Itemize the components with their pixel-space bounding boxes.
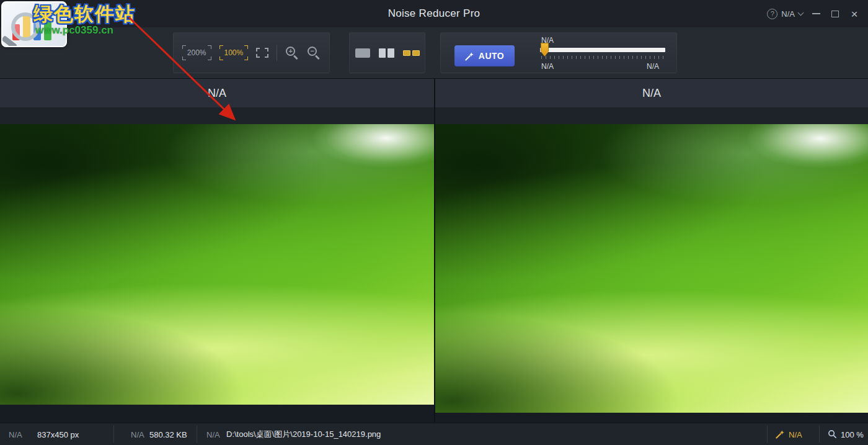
maximize-icon [831, 11, 839, 17]
fit-to-screen-icon[interactable] [256, 48, 268, 58]
toolbar: 200% 100% + − AUTO [0, 27, 868, 78]
plus-glyph: + [288, 48, 292, 55]
compare-right-pane-icon [412, 50, 420, 56]
strength-slider-track[interactable] [540, 48, 665, 52]
left-panel-subbar [0, 107, 434, 124]
right-panel-subbar [435, 107, 868, 124]
compare-left-pane-icon [403, 50, 410, 56]
panel-divider [434, 79, 435, 423]
filepath-label: N/A [206, 429, 220, 439]
zoom-100-button[interactable]: 100% [219, 45, 249, 60]
filepath-value: D:\tools\桌面\图片\2019-10-15_140219.png [226, 429, 381, 440]
slider-max-label: N/A [647, 62, 659, 71]
slider-min-label: N/A [541, 62, 554, 71]
strength-slider-handle[interactable] [541, 43, 549, 56]
zoom-level-icon [828, 429, 837, 439]
processed-image[interactable] [435, 124, 868, 413]
view-mode-group [349, 32, 425, 73]
app-window: Noise Reducer Pro ? N/A × 200% 100% + − [0, 0, 868, 445]
left-panel-header: N/A [0, 79, 434, 107]
auto-status-value: N/A [789, 429, 802, 439]
titlebar: Noise Reducer Pro ? N/A × [0, 0, 868, 27]
zoom-in-handle [293, 55, 298, 60]
auto-button-label: AUTO [479, 51, 504, 61]
statusbar-divider [767, 426, 768, 443]
statusbar-divider [197, 426, 197, 443]
window-title: Noise Reducer Pro [0, 0, 868, 27]
split-left-pane-icon [379, 48, 386, 58]
split-view-button[interactable] [379, 48, 394, 58]
dimensions-value: 837x450 px [37, 429, 79, 439]
statusbar-divider [819, 426, 820, 443]
minimize-icon [812, 13, 820, 14]
help-glyph: ? [771, 10, 774, 17]
right-panel-header: N/A [435, 79, 868, 107]
statusbar: N/A 837x450 px N/A 580.32 KB N/A D:\tool… [0, 423, 868, 445]
chevron-down-icon[interactable] [798, 9, 804, 16]
zoom-out-icon[interactable]: − [307, 46, 321, 60]
auto-adjust-group: AUTO N/A N/A N/A [440, 32, 677, 73]
minus-glyph: − [310, 48, 314, 55]
slider-tick-marks [541, 56, 665, 59]
split-right-pane-icon [388, 48, 394, 58]
toolbar-separator [277, 45, 277, 61]
help-menu[interactable]: ? N/A [767, 9, 803, 19]
original-image[interactable] [0, 124, 434, 405]
compare-view-button[interactable] [403, 50, 420, 56]
zoom-toolbar-group: 200% 100% + − [173, 32, 330, 73]
help-icon[interactable]: ? [767, 9, 777, 19]
auto-button[interactable]: AUTO [454, 45, 515, 66]
zoom-level-value: 100 % [841, 429, 864, 439]
auto-status-wand-icon [776, 429, 785, 439]
magic-wand-icon [465, 52, 474, 61]
zoom-200-button[interactable]: 200% [182, 45, 211, 60]
statusbar-divider [113, 426, 114, 443]
single-view-button[interactable] [355, 48, 370, 58]
maximize-button[interactable] [829, 5, 841, 22]
dimensions-label: N/A [9, 429, 22, 439]
minimize-button[interactable] [810, 5, 822, 22]
zoom-in-icon[interactable]: + [285, 46, 299, 60]
close-icon: × [851, 8, 857, 20]
close-button[interactable]: × [848, 5, 861, 22]
zoom-out-handle [315, 55, 319, 60]
titlebar-controls: ? N/A × [767, 0, 861, 27]
compare-area: N/A N/A [0, 78, 868, 423]
filesize-label: N/A [131, 429, 144, 439]
help-value[interactable]: N/A [781, 9, 795, 19]
filesize-value: 580.32 KB [149, 429, 187, 439]
